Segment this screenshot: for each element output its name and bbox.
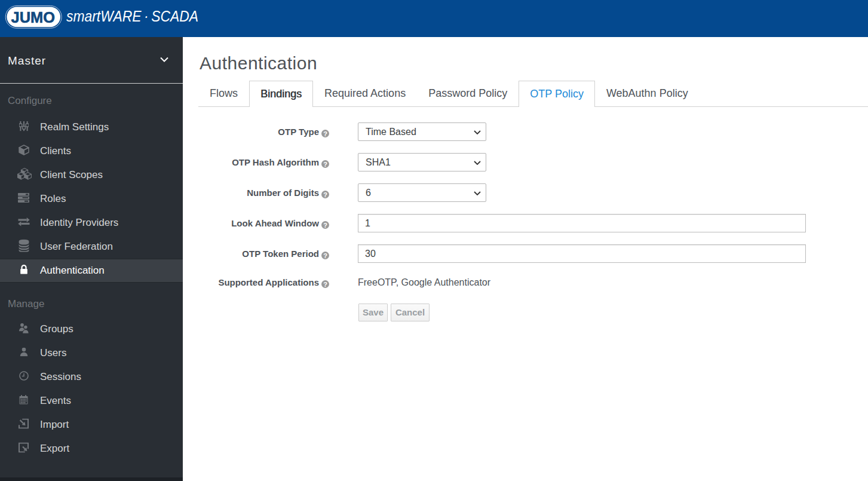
svg-text:JUMO: JUMO <box>11 8 56 26</box>
